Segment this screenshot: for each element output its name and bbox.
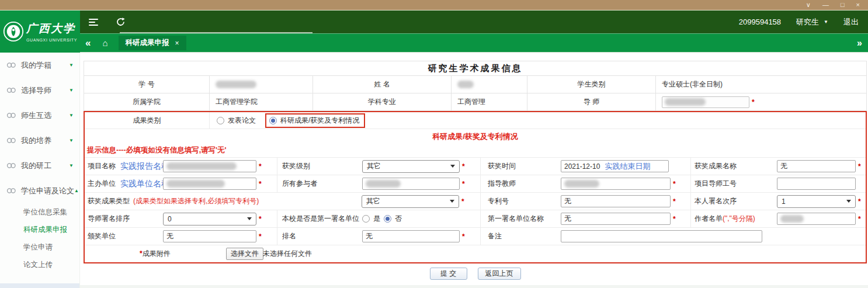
- university-logo: 广西大学 GUANGXI UNIVERSITY: [0, 11, 80, 53]
- award-level-label: 获奖级别: [282, 161, 310, 171]
- first-unit-yes-radio[interactable]: [362, 215, 370, 223]
- choose-file-button[interactable]: 选择文件: [226, 248, 263, 260]
- award-date-input[interactable]: 2021-12-10实践结束日期: [561, 160, 669, 172]
- tab-close-icon[interactable]: ×: [175, 39, 179, 47]
- redacted-value: [216, 81, 256, 88]
- mentor-label: 导 师: [527, 93, 656, 110]
- mentor-cell: *: [656, 93, 866, 110]
- project-mentor-id-input[interactable]: [777, 178, 856, 190]
- publish-paper-radio[interactable]: [217, 117, 224, 124]
- sidebar-item-label: 我的研工: [21, 161, 69, 171]
- user-area: 2099594158 研究生 ▼ 退出: [739, 17, 868, 27]
- menu-icon[interactable]: [89, 19, 98, 26]
- sidebar-subitem-degree-info[interactable]: 学位信息采集: [0, 203, 79, 221]
- window-minimize-icon[interactable]: —: [822, 2, 829, 8]
- link-icon: [6, 62, 16, 68]
- back-button[interactable]: 返回上页: [478, 268, 521, 280]
- sidebar-subitem-thesis-upload[interactable]: 论文上传: [0, 256, 79, 273]
- dropdown-arrow-icon: [450, 165, 455, 168]
- mentor-rank-label: 导师署名排序: [88, 214, 130, 224]
- window-close-icon[interactable]: ×: [856, 2, 860, 8]
- submit-button[interactable]: 提 交: [430, 268, 467, 280]
- required-asterisk: *: [673, 215, 676, 223]
- mentor-rank-select[interactable]: 0: [163, 213, 256, 225]
- form-row: 颁奖单位 无* 排名 无* 备注: [85, 227, 866, 245]
- university-seal-icon: [3, 20, 24, 43]
- mentor-input[interactable]: [662, 96, 749, 108]
- dropdown-arrow-icon: [247, 217, 252, 220]
- required-asterisk: *: [461, 197, 464, 206]
- award-level-select[interactable]: 其它: [362, 160, 460, 173]
- window-maximize-icon[interactable]: □: [841, 2, 845, 8]
- remark-input[interactable]: [561, 230, 762, 242]
- window-restore-icon[interactable]: ∨: [806, 2, 811, 8]
- result-type-select[interactable]: 其它: [362, 195, 459, 208]
- project-name-input[interactable]: [163, 160, 256, 172]
- tab-research-achievement[interactable]: 科研成果申报 ×: [119, 36, 186, 50]
- sidebar-subitem-degree-apply[interactable]: 学位申请: [0, 238, 79, 256]
- award-org-input[interactable]: 无: [163, 230, 256, 242]
- link-icon: [6, 112, 16, 119]
- sidebar-item-degree-and-thesis[interactable]: 学位申请及论文 ▲: [0, 178, 79, 203]
- chevron-down-icon: ▼: [69, 163, 74, 168]
- home-icon[interactable]: ⌂: [102, 38, 107, 48]
- university-name-en: GUANGXI UNIVERSITY: [26, 38, 77, 42]
- ranking-input[interactable]: 无: [362, 230, 460, 242]
- redacted-value: [665, 98, 706, 106]
- sidebar-subitem-research-achievement[interactable]: 科研成果申报: [0, 221, 79, 238]
- required-asterisk: *: [673, 180, 676, 188]
- advisor-input[interactable]: [561, 178, 671, 190]
- award-result-name-input[interactable]: 无: [777, 160, 856, 172]
- required-asterisk: *: [858, 162, 861, 171]
- participants-label: 所有参与者: [282, 179, 317, 189]
- patent-no-input[interactable]: 无: [561, 195, 671, 207]
- logout-button[interactable]: 退出: [843, 17, 859, 27]
- tab-label: 科研成果申报: [126, 38, 169, 48]
- first-unit-question-label: 本校是否是第一署名单位: [282, 214, 359, 224]
- first-unit-name-input[interactable]: 无: [561, 213, 671, 225]
- sidebar-item-my-status[interactable]: 我的学籍 ▼: [0, 53, 79, 78]
- expand-tabs-icon[interactable]: »: [857, 38, 862, 48]
- student-type-label: 学生类别: [527, 76, 656, 93]
- chevron-down-icon: ▼: [69, 88, 74, 93]
- sidebar-item-my-training[interactable]: 我的培养 ▼: [0, 128, 79, 153]
- research-award-patent-radio[interactable]: [269, 117, 277, 124]
- select-value: 其它: [367, 161, 381, 171]
- participants-input[interactable]: [362, 178, 460, 190]
- patent-no-label: 专利号: [488, 196, 509, 206]
- category-row: 成果类别 发表论文 科研成果/获奖及专利情况: [85, 112, 866, 129]
- award-date-label: 获奖时间: [488, 161, 516, 171]
- user-role-dropdown[interactable]: 研究生 ▼: [796, 17, 828, 27]
- select-value: 其它: [366, 196, 380, 206]
- user-role-label: 研究生: [796, 17, 819, 27]
- award-org-label: 颁奖单位: [88, 231, 116, 241]
- required-asterisk: *: [858, 197, 861, 206]
- sidebar-item-mutual-selection[interactable]: 师生互选 ▼: [0, 103, 79, 128]
- radio-label: 是: [373, 214, 380, 224]
- host-org-input[interactable]: [163, 178, 256, 190]
- link-icon: [6, 162, 16, 169]
- first-unit-no-radio[interactable]: [384, 215, 391, 223]
- collapse-tabs-icon[interactable]: «: [85, 37, 91, 49]
- chevron-down-icon: ▼: [69, 113, 74, 118]
- radio-dot: [271, 119, 275, 123]
- ranking-label: 排名: [282, 231, 296, 241]
- author-list-input[interactable]: [777, 213, 856, 225]
- page-background: [80, 285, 868, 288]
- attachment-label: *成果附件: [140, 249, 171, 259]
- input-value: 无: [780, 161, 787, 171]
- project-mentor-id-label: 项目导师工号: [695, 179, 737, 189]
- student-info-table: 研究生学术成果信息 学 号 姓 名 学生类别 专业硕士(非全日制) 所属学院 工…: [84, 61, 867, 111]
- chevron-down-icon: ▼: [69, 138, 74, 143]
- sidebar-item-my-work[interactable]: 我的研工 ▼: [0, 153, 79, 178]
- required-asterisk: *: [462, 162, 465, 171]
- self-rank-select[interactable]: 1: [777, 195, 856, 208]
- chevron-up-icon: ▲: [74, 188, 79, 193]
- project-name-label: 项目名称: [88, 161, 116, 171]
- refresh-icon[interactable]: [116, 17, 126, 27]
- required-asterisk: *: [462, 180, 465, 188]
- college-label: 所属学院: [84, 93, 210, 110]
- page-title: 研究生学术成果信息: [84, 61, 866, 76]
- sidebar-item-choose-mentor[interactable]: 选择导师 ▼: [0, 78, 79, 103]
- radio-option-publish-paper[interactable]: 发表论文: [217, 116, 256, 126]
